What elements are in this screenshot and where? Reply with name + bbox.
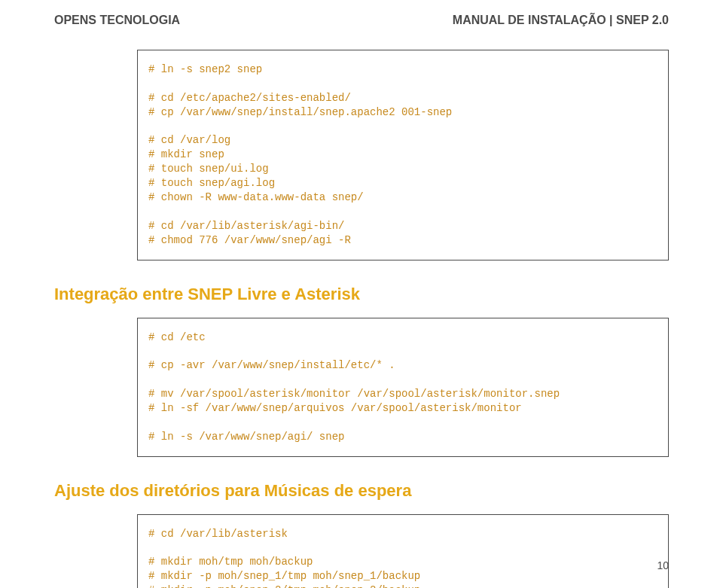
page-number: 10	[657, 559, 669, 571]
header-right: MANUAL DE INSTALAÇÃO | SNEP 2.0	[453, 14, 669, 27]
code-block-1: # ln -s snep2 snep # cd /etc/apache2/sit…	[137, 50, 669, 260]
code-block-3: # cd /var/lib/asterisk # mkdir moh/tmp m…	[137, 514, 669, 588]
section-title-integration: Integração entre SNEP Livre e Asterisk	[54, 285, 669, 304]
header-left: OPENS TECNOLOGIA	[54, 14, 180, 27]
section-title-moh: Ajuste dos diretórios para Músicas de es…	[54, 481, 669, 501]
page-header: OPENS TECNOLOGIA MANUAL DE INSTALAÇÃO | …	[0, 0, 723, 27]
code-block-2: # cd /etc # cp -avr /var/www/snep/instal…	[137, 318, 669, 457]
page-content: # ln -s snep2 snep # cd /etc/apache2/sit…	[0, 27, 723, 588]
